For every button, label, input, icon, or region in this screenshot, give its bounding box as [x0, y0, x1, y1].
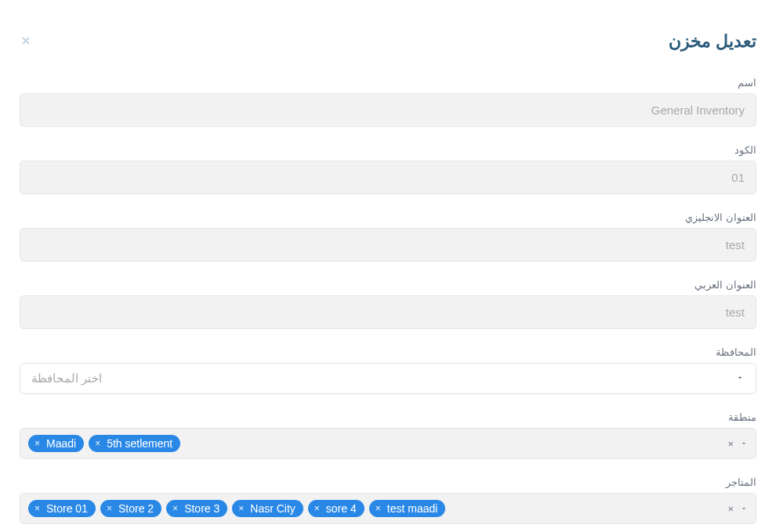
close-icon	[20, 34, 32, 47]
stores-tag: Nasr City×	[232, 500, 303, 517]
stores-label: المتاجر	[20, 476, 756, 488]
address-ar-label: العنوان العربي	[20, 279, 756, 291]
chevron-down-icon	[735, 371, 745, 385]
zone-tag-label: 5th setlement	[107, 437, 172, 450]
stores-tag: Store 3×	[166, 500, 227, 517]
code-label: الكود	[20, 144, 756, 156]
stores-tag-remove-icon[interactable]: ×	[314, 503, 320, 514]
stores-tag-label: Store 01	[46, 502, 88, 515]
stores-tag-label: Store 3	[184, 502, 219, 515]
governorate-placeholder: اختر المحافظة	[31, 371, 102, 385]
address-en-input[interactable]	[20, 228, 756, 262]
stores-multiselect[interactable]: Store 01×Store 2×Store 3×Nasr City×sore …	[20, 493, 756, 524]
name-input[interactable]	[20, 93, 756, 127]
zone-clear-icon[interactable]: ×	[727, 438, 734, 450]
zone-tag-remove-icon[interactable]: ×	[34, 438, 40, 449]
name-label: اسم	[20, 77, 756, 89]
close-button[interactable]	[20, 34, 32, 49]
stores-tag: sore 4×	[308, 500, 364, 517]
zone-label: منطقة	[20, 411, 756, 423]
address-ar-input[interactable]	[20, 295, 756, 329]
modal-title: تعديل مخزن	[669, 31, 756, 52]
stores-tag: Store 2×	[100, 500, 161, 517]
zone-tag-label: Maadi	[46, 437, 76, 450]
stores-tag-remove-icon[interactable]: ×	[238, 503, 244, 514]
zone-tag: 5th setlement×	[89, 435, 180, 452]
stores-tag-label: test maadi	[387, 502, 438, 515]
stores-tag-label: Store 2	[118, 502, 154, 515]
zone-tag: Maadi×	[28, 435, 84, 452]
stores-tag-remove-icon[interactable]: ×	[375, 503, 381, 514]
stores-tag-remove-icon[interactable]: ×	[34, 503, 40, 514]
governorate-label: المحافظة	[20, 346, 756, 358]
stores-tag: test maadi×	[369, 500, 446, 517]
stores-tag-remove-icon[interactable]: ×	[172, 503, 178, 514]
chevron-down-icon[interactable]	[740, 501, 748, 516]
zone-tag-remove-icon[interactable]: ×	[95, 438, 100, 449]
governorate-select[interactable]: اختر المحافظة	[20, 363, 756, 394]
stores-tag-label: sore 4	[326, 502, 357, 515]
chevron-down-icon[interactable]	[740, 436, 748, 451]
stores-tag: Store 01×	[28, 500, 96, 517]
stores-clear-icon[interactable]: ×	[727, 503, 734, 515]
code-input[interactable]	[20, 161, 756, 194]
stores-tag-remove-icon[interactable]: ×	[107, 503, 112, 514]
address-en-label: العنوان الانجليزي	[20, 212, 756, 223]
stores-tag-label: Nasr City	[250, 502, 296, 515]
zone-multiselect[interactable]: Maadi×5th setlement× ×	[20, 428, 756, 459]
